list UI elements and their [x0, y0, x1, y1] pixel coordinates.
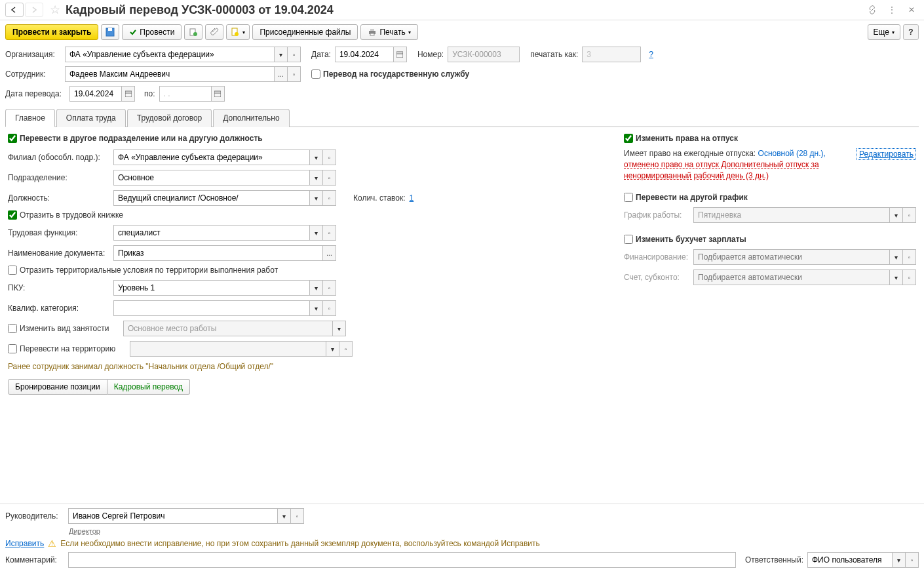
schedule-label: График работы:	[624, 210, 689, 220]
manager-input[interactable]	[68, 508, 278, 524]
tab-contract[interactable]: Трудовой договор	[127, 109, 212, 127]
tab-main[interactable]: Главное	[5, 109, 55, 127]
vacation-rights-text: Имеет право на ежегодные отпуска: Основн…	[624, 148, 847, 181]
employment-input	[123, 321, 333, 336]
account-dropdown[interactable]: ▾	[890, 269, 903, 285]
manager-dropdown[interactable]: ▾	[278, 508, 291, 524]
account-input	[693, 269, 890, 285]
qualif-open[interactable]: ▫	[323, 300, 336, 316]
function-dropdown[interactable]: ▾	[310, 225, 323, 241]
financing-input	[693, 249, 890, 265]
print-as-help[interactable]: ?	[649, 50, 653, 59]
docname-input[interactable]	[113, 245, 323, 261]
qualif-dropdown[interactable]: ▾	[310, 300, 323, 316]
post-button[interactable]: Провести	[122, 24, 182, 40]
transfer-date-input[interactable]	[69, 86, 122, 102]
pku-open[interactable]: ▫	[323, 280, 336, 296]
date-input[interactable]	[335, 47, 394, 62]
employment-dropdown[interactable]: ▾	[333, 321, 346, 336]
link-icon[interactable]	[865, 3, 879, 17]
account-open[interactable]: ▫	[903, 269, 916, 285]
transfer-dept-checkbox[interactable]: Перевести в другое подразделение или на …	[8, 134, 611, 143]
schedule-open[interactable]: ▫	[903, 207, 916, 223]
position-input[interactable]	[113, 190, 310, 206]
org-dropdown[interactable]: ▾	[275, 47, 288, 62]
to-date-input[interactable]	[159, 86, 212, 102]
director-link[interactable]: Директор	[69, 527, 100, 535]
forward-button[interactable]	[25, 3, 43, 17]
svg-rect-9	[396, 52, 403, 58]
pku-dropdown[interactable]: ▾	[310, 280, 323, 296]
financing-dropdown[interactable]: ▾	[890, 249, 903, 265]
branch-open[interactable]: ▫	[323, 149, 336, 165]
comment-label: Комментарий:	[5, 555, 64, 565]
gov-service-checkbox[interactable]: Перевод на государственную службу	[311, 69, 469, 79]
account-label: Счет, субконто:	[624, 273, 689, 282]
position-open[interactable]: ▫	[323, 190, 336, 206]
docname-select[interactable]: ...	[323, 245, 336, 261]
employee-open[interactable]: ▫	[288, 66, 301, 82]
territory2-dropdown[interactable]: ▾	[326, 341, 339, 357]
booking-button[interactable]: Бронирование позиции	[8, 379, 107, 395]
docname-label: Наименование документа:	[8, 248, 109, 258]
tab-payment[interactable]: Оплата труда	[56, 109, 126, 127]
manager-open[interactable]: ▫	[291, 508, 304, 524]
responsible-dropdown[interactable]: ▾	[893, 552, 906, 568]
transfer-date-picker[interactable]	[122, 86, 135, 102]
branch-label: Филиал (обособл. подр.):	[8, 153, 109, 162]
pku-input[interactable]	[113, 280, 310, 296]
employee-select[interactable]: ...	[275, 66, 288, 82]
post-close-button[interactable]: Провести и закрыть	[5, 24, 98, 40]
responsible-label: Ответственный:	[745, 555, 803, 565]
edit-vacation-link[interactable]: Редактировать	[857, 148, 916, 160]
close-icon[interactable]: ✕	[904, 3, 919, 17]
schedule-dropdown[interactable]: ▾	[890, 207, 903, 223]
back-button[interactable]	[5, 3, 24, 17]
dept-open[interactable]: ▫	[323, 170, 336, 186]
financing-open[interactable]: ▫	[903, 249, 916, 265]
rates-link[interactable]: 1	[410, 193, 414, 203]
function-input[interactable]	[113, 225, 310, 241]
org-open[interactable]: ▫	[288, 47, 301, 62]
print-button[interactable]: Печать▾	[360, 24, 417, 40]
svg-rect-1	[108, 28, 112, 31]
accounting-checkbox[interactable]: Изменить бухучет зарплаты	[624, 235, 916, 244]
dept-dropdown[interactable]: ▾	[310, 170, 323, 186]
position-dropdown[interactable]: ▾	[310, 190, 323, 206]
attached-files-button[interactable]: Присоединенные файлы	[252, 24, 358, 40]
schedule-checkbox[interactable]: Перевести на другой график	[624, 193, 916, 202]
kebab-icon[interactable]: ⋮	[885, 3, 899, 17]
comment-input[interactable]	[68, 552, 736, 568]
svg-rect-7	[370, 29, 374, 31]
star-icon[interactable]: ☆	[50, 3, 60, 17]
responsible-input[interactable]	[807, 552, 893, 568]
more-button[interactable]: Еще ▾	[868, 24, 900, 40]
create-based-button[interactable]	[184, 24, 202, 40]
employee-input[interactable]	[65, 66, 275, 82]
transfer-button[interactable]: Кадровый перевод	[107, 379, 190, 395]
warning-icon: ⚠	[48, 538, 56, 549]
branch-input[interactable]	[113, 149, 310, 165]
to-date-picker[interactable]	[212, 86, 225, 102]
dept-input[interactable]	[113, 170, 310, 186]
vacation-rights-checkbox[interactable]: Изменить права на отпуск	[624, 134, 916, 143]
employment-checkbox[interactable]: Изменить вид занятости	[8, 324, 119, 333]
function-open[interactable]: ▫	[323, 225, 336, 241]
org-input[interactable]	[65, 47, 275, 62]
qualif-input[interactable]	[113, 300, 310, 316]
qualif-label: Квалиф. категория:	[8, 304, 109, 313]
fix-link[interactable]: Исправить	[5, 539, 44, 548]
save-button[interactable]	[101, 24, 119, 40]
print-as-input[interactable]	[582, 47, 641, 62]
territory-checkbox[interactable]: Отразить территориальные условия по терр…	[8, 266, 611, 275]
doc-menu-button[interactable]: ▾	[226, 24, 250, 40]
help-button[interactable]: ?	[903, 24, 919, 40]
tab-additional[interactable]: Дополнительно	[213, 109, 289, 127]
territory2-checkbox[interactable]: Перевести на территорию	[8, 344, 126, 353]
date-picker[interactable]	[394, 47, 407, 62]
branch-dropdown[interactable]: ▾	[310, 149, 323, 165]
responsible-open[interactable]: ▫	[906, 552, 919, 568]
attach-button[interactable]	[205, 24, 223, 40]
territory2-open[interactable]: ▫	[339, 341, 353, 357]
workbook-checkbox[interactable]: Отразить в трудовой книжке	[8, 210, 611, 220]
